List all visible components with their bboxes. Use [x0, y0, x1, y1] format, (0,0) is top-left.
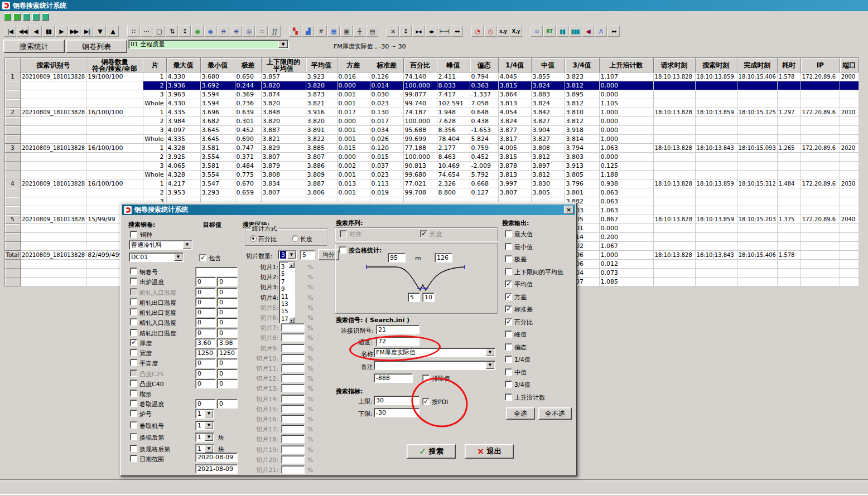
value-cell[interactable]: 3.794 — [565, 144, 599, 153]
globe-blue-icon[interactable]: ◉ — [204, 26, 216, 37]
value-cell[interactable]: 0.073 — [599, 269, 653, 278]
time-cell[interactable] — [653, 269, 695, 278]
time-cell[interactable] — [695, 197, 737, 206]
search-id-cell[interactable] — [21, 135, 86, 144]
value-cell[interactable]: 3.554 — [200, 153, 235, 162]
value-cell[interactable]: 3.916 — [306, 108, 337, 117]
value-cell[interactable]: 3.984 — [166, 117, 200, 126]
time-cell[interactable] — [801, 117, 840, 126]
time-cell[interactable] — [777, 126, 801, 135]
dropdown-arrow-icon[interactable]: ▼ — [205, 445, 213, 453]
value-cell[interactable]: 0.017 — [337, 108, 370, 117]
time-cell[interactable]: 18:10:13.843 — [695, 251, 737, 260]
value-cell[interactable]: 0.120 — [370, 144, 403, 153]
row-header[interactable] — [5, 242, 21, 251]
value-cell[interactable]: 0.659 — [235, 188, 261, 197]
value-cell[interactable]: 77.021 — [403, 179, 437, 188]
search-id-cell[interactable]: 20210809_181013828 — [21, 72, 86, 81]
filter-max-field[interactable]: 0 — [217, 318, 238, 327]
value-cell[interactable]: 0.775 — [235, 171, 261, 179]
value-cell[interactable]: 0.648 — [470, 108, 498, 117]
column-header[interactable]: 最小值 — [200, 58, 235, 72]
length-radio[interactable] — [292, 235, 298, 242]
value-cell[interactable]: 99.740 — [403, 99, 437, 108]
slice-field[interactable] — [281, 425, 305, 433]
table-row[interactable]: 34.0973.6450.4523.8873.8910.0010.03495.6… — [5, 126, 859, 135]
time-cell[interactable] — [840, 233, 859, 242]
time-cell[interactable] — [653, 242, 695, 251]
time-cell[interactable]: 172.20.89.6 — [801, 144, 840, 153]
time-cell[interactable]: 1.484 — [777, 179, 801, 188]
kline-icon[interactable]: ╫ — [353, 26, 365, 37]
time-cell[interactable]: 172.20.89.6 — [801, 215, 840, 224]
value-cell[interactable]: 3.878 — [498, 162, 531, 171]
material-dropdown[interactable]: 普通冷轧料 ▼ — [129, 240, 192, 250]
value-cell[interactable]: 3.682 — [200, 117, 235, 126]
time-cell[interactable] — [737, 162, 777, 171]
filter-min-field[interactable]: 0 — [195, 288, 216, 297]
time-cell[interactable] — [840, 90, 859, 99]
output-checkbox-5[interactable] — [505, 280, 512, 288]
value-cell[interactable]: 3.925 — [166, 153, 200, 162]
filter-checkbox-13[interactable] — [130, 390, 137, 397]
value-cell[interactable]: 0.012 — [599, 260, 653, 269]
value-cell[interactable]: 0.001 — [337, 90, 370, 99]
filter-checkbox-16[interactable] — [130, 421, 137, 429]
value-cell[interactable]: 3.824 — [498, 117, 531, 126]
value-cell[interactable]: 0.759 — [470, 144, 498, 153]
time-cell[interactable]: 18:10:13.843 — [695, 144, 737, 153]
value-cell[interactable]: -1.337 — [470, 90, 498, 99]
time-cell[interactable] — [801, 242, 840, 251]
indicator-led-2[interactable] — [13, 13, 21, 21]
value-cell[interactable]: 3.581 — [200, 144, 235, 153]
value-cell[interactable]: 0.000 — [599, 153, 653, 162]
qualified-left-field[interactable]: 95 — [388, 253, 406, 262]
output-checkbox-7[interactable] — [505, 305, 512, 313]
scroll-down-icon[interactable]: ▼ — [288, 317, 295, 323]
row-header[interactable] — [5, 278, 21, 286]
row-header[interactable] — [5, 162, 21, 171]
time-cell[interactable] — [653, 135, 695, 144]
time-cell[interactable] — [840, 153, 859, 162]
xy-plot-icon[interactable]: x,y — [497, 26, 509, 37]
indicator-led-5[interactable] — [42, 13, 49, 21]
value-cell[interactable]: 3.877 — [498, 126, 531, 135]
dropdown-arrow-icon[interactable]: ▼ — [287, 251, 296, 259]
dropdown-arrow-icon[interactable]: ▼ — [174, 254, 182, 261]
time-cell[interactable] — [737, 99, 777, 108]
filter-checkbox-17[interactable] — [130, 433, 137, 440]
value-cell[interactable]: 99.708 — [403, 188, 437, 197]
row-header[interactable]: 4 — [5, 179, 21, 188]
column-header[interactable]: 1/4值 — [498, 58, 531, 72]
time-cell[interactable] — [653, 126, 695, 135]
time-cell[interactable] — [840, 188, 859, 197]
search-id-cell[interactable] — [21, 99, 86, 108]
time-cell[interactable] — [737, 126, 777, 135]
value-cell[interactable]: 4.335 — [166, 135, 200, 144]
filter-checkbox-1[interactable] — [130, 268, 137, 275]
coil-count-cell[interactable] — [86, 153, 143, 162]
value-cell[interactable]: 2.177 — [437, 144, 470, 153]
value-cell[interactable]: 3.807 — [306, 153, 337, 162]
value-cell[interactable]: 3.817 — [498, 135, 531, 144]
time-cell[interactable]: 18:10:15.093 — [737, 144, 777, 153]
filter-checkbox-4[interactable] — [130, 298, 137, 305]
value-cell[interactable]: 4.328 — [166, 144, 200, 153]
value-cell[interactable]: 3.895 — [565, 90, 599, 99]
filter-checkbox-10[interactable] — [130, 359, 137, 366]
time-cell[interactable] — [777, 242, 801, 251]
select-box-icon[interactable]: ▢ — [153, 26, 165, 37]
value-cell[interactable]: 3.913 — [565, 162, 599, 171]
value-cell[interactable]: 99.680 — [403, 171, 437, 179]
time-cell[interactable]: 1.297 — [777, 108, 801, 117]
output-checkbox-8[interactable] — [505, 318, 512, 325]
value-cell[interactable]: 7.417 — [437, 90, 470, 99]
table-row[interactable]: 23.9843.6820.3013.8203.8200.0000.017100.… — [5, 117, 859, 126]
column-header[interactable]: 标准差 — [370, 58, 403, 72]
value-cell[interactable]: 0.371 — [235, 153, 261, 162]
search-id-cell[interactable] — [21, 153, 86, 162]
fit-width-icon[interactable]: ↔ — [451, 26, 463, 37]
time-cell[interactable] — [777, 99, 801, 108]
table-row[interactable]: 23.9363.6920.2443.8203.8200.0000.014100.… — [5, 81, 859, 90]
time-cell[interactable] — [801, 278, 840, 286]
